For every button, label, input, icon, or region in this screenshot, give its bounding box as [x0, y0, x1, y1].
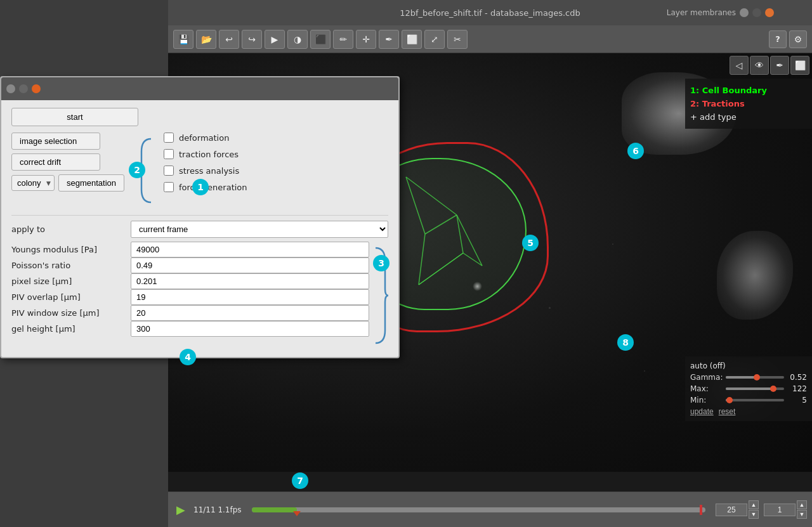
layer-icon-pen[interactable]: ✒ [770, 56, 789, 75]
gel-height-label: gel height [µm] [11, 324, 126, 334]
annotation-3: 3 [373, 255, 390, 271]
max-value: 122 [788, 384, 807, 393]
layer-add-type[interactable]: + add type [690, 110, 807, 124]
pixel-size-input[interactable] [131, 273, 369, 289]
main-title: 12bf_before_shift.tif - database_images.… [400, 8, 580, 18]
float-panel-titlebar [1, 77, 398, 100]
play-button[interactable]: ▶ [265, 30, 285, 49]
annotation-5: 5 [522, 235, 539, 251]
params-section: apply to current frame Youngs modulus [P… [11, 215, 388, 349]
traction-forces-checkbox[interactable] [164, 149, 174, 159]
step-spinners: ▲ ▼ [797, 500, 807, 519]
gamma-row: Gamma: 0.52 [690, 373, 807, 382]
min-row: Min: 5 [690, 396, 807, 405]
update-button[interactable]: update [690, 407, 714, 416]
reset-button[interactable]: reset [719, 407, 736, 416]
frame-up-button[interactable]: ▲ [749, 500, 759, 509]
frame-number-input[interactable] [716, 504, 747, 516]
colony-row: colony segmentation [11, 174, 138, 192]
timeline-progress [252, 507, 298, 512]
max-label: Max: [690, 384, 722, 393]
apply-to-select[interactable]: current frame [131, 221, 388, 238]
step-up-button[interactable]: ▲ [797, 500, 807, 509]
annotation-6: 6 [627, 143, 644, 159]
youngs-modulus-label: Youngs modulus [Pa] [11, 245, 126, 254]
timeline-track[interactable] [252, 507, 705, 512]
start-button[interactable]: start [11, 108, 138, 126]
gamma-slider-track[interactable] [726, 376, 784, 379]
layer-icon-back[interactable]: ◁ [730, 56, 749, 75]
deformation-checkbox[interactable] [164, 133, 174, 143]
annotation-2: 2 [129, 162, 145, 178]
layer-panel: 1: Cell Boundary 2: Tractions + add type [685, 79, 812, 129]
contrast-button[interactable]: ◑ [287, 30, 308, 49]
save-button[interactable]: 💾 [173, 30, 193, 49]
adjust-buttons: update reset [690, 407, 807, 416]
gel-height-input[interactable] [131, 321, 369, 337]
redo-button[interactable]: ↪ [242, 30, 262, 49]
open-button[interactable]: 📂 [196, 30, 216, 49]
piv-window-input[interactable] [131, 305, 369, 321]
edit-button[interactable]: ✏ [333, 30, 353, 49]
move-button[interactable]: ✛ [356, 30, 376, 49]
noise-dot [612, 244, 613, 245]
layer-item-2[interactable]: 2: Tractions [690, 97, 807, 110]
noise-dot [644, 370, 645, 372]
poissons-ratio-input[interactable] [131, 257, 369, 273]
colony-select[interactable]: colony [11, 175, 55, 191]
timeline-play-button[interactable]: ▶ [173, 502, 188, 517]
piv-overlap-label: PIV overlap [µm] [11, 292, 126, 302]
cut-button[interactable]: ✂ [447, 30, 468, 49]
pixel-size-label: pixel size [µm] [11, 277, 126, 286]
stress-analysis-checkbox[interactable] [164, 166, 174, 176]
youngs-modulus-input[interactable] [131, 242, 369, 257]
expand-button[interactable]: ⤢ [424, 30, 445, 49]
min-slider-track[interactable] [726, 399, 784, 401]
help-button[interactable]: ? [769, 30, 787, 48]
win-dot-maximize[interactable] [19, 84, 28, 93]
annotation-8: 8 [617, 334, 634, 351]
auto-label[interactable]: auto (off) [690, 361, 807, 370]
checkbox-deformation-row: deformation [164, 133, 388, 143]
max-slider-track[interactable] [726, 387, 784, 390]
frame-spinners: ▲ ▼ [749, 500, 759, 519]
piv-overlap-input[interactable] [131, 289, 369, 305]
image-selection-button[interactable]: image selection [11, 133, 100, 150]
float-panel-body: start image selection correct drift colo… [1, 100, 398, 357]
frame-down-button[interactable]: ▼ [749, 510, 759, 519]
start-btn-wrapper: start [11, 108, 388, 126]
youngs-modulus-row: Youngs modulus [Pa] [11, 242, 369, 257]
force-generation-checkbox[interactable] [164, 182, 174, 192]
undo-button[interactable]: ↩ [219, 30, 239, 49]
win-dot-close[interactable] [32, 84, 41, 93]
layer-icon-erase[interactable]: ⬜ [790, 56, 809, 75]
correct-drift-button[interactable]: correct drift [11, 153, 100, 171]
gamma-value: 0.52 [788, 373, 807, 382]
gamma-slider-fill [726, 376, 756, 379]
gamma-slider-thumb[interactable] [754, 374, 760, 381]
video-button[interactable]: ⬛ [310, 30, 331, 49]
gel-height-row: gel height [µm] [11, 321, 369, 337]
step-input[interactable] [764, 504, 796, 516]
pen-button[interactable]: ✒ [379, 30, 399, 49]
layer-item-1[interactable]: 1: Cell Boundary [690, 84, 807, 97]
adjust-panel: auto (off) Gamma: 0.52 Max: 122 Min: 5 [685, 356, 812, 421]
colony-select-wrapper: colony [11, 175, 55, 191]
layer-icon-eye[interactable]: 👁 [750, 56, 769, 75]
segmentation-button[interactable]: segmentation [58, 174, 124, 192]
poissons-ratio-row: Poisson's ratio [11, 257, 369, 273]
checkbox-traction-row: traction forces [164, 149, 388, 159]
timeline-marker-red [700, 505, 702, 515]
box-button[interactable]: ⬜ [402, 30, 422, 49]
max-slider-thumb[interactable] [770, 386, 776, 392]
step-down-button[interactable]: ▼ [797, 510, 807, 519]
dot-orange-icon [765, 8, 774, 17]
timeline-playhead [293, 511, 301, 516]
settings-button[interactable]: ⚙ [789, 30, 807, 48]
layer-label: Layer membranes [667, 8, 774, 17]
min-slider-thumb[interactable] [726, 397, 733, 403]
annotation-7: 7 [292, 472, 308, 489]
stress-analysis-label: stress analysis [179, 166, 239, 176]
gamma-label: Gamma: [690, 373, 722, 382]
win-dot-minimize[interactable] [6, 84, 15, 93]
